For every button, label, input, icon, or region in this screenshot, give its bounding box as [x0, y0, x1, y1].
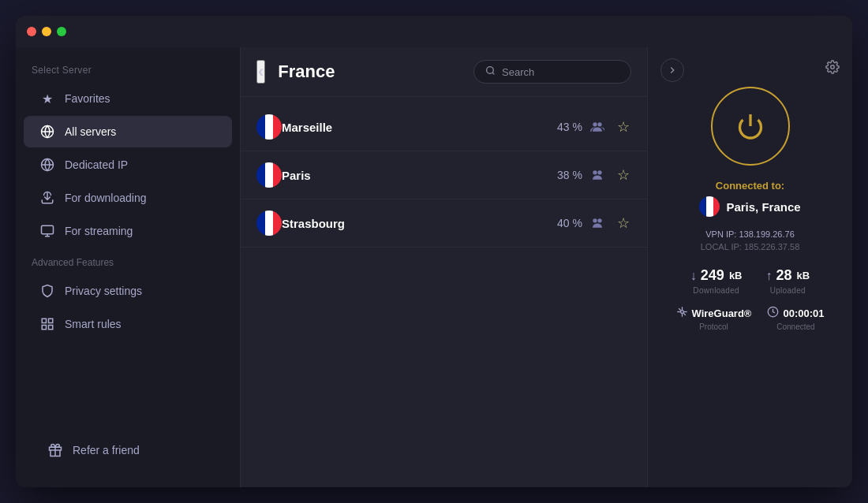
svg-point-14 [487, 67, 494, 74]
svg-point-17 [597, 122, 601, 126]
server-load-paris: 38 % [557, 169, 582, 181]
server-name-paris: Paris [282, 169, 557, 182]
connected-info: VPN IP: 138.199.26.76 LOCAL IP: 185.226.… [701, 226, 800, 251]
sidebar-item-for-downloading[interactable]: For downloading [24, 182, 232, 214]
globe-icon [39, 124, 55, 140]
sidebar-section-label: Select Server [16, 60, 240, 82]
sidebar-item-all-servers[interactable]: All servers [24, 116, 232, 147]
fullscreen-button[interactable] [57, 27, 66, 36]
sidebar-item-for-streaming-label: For streaming [65, 225, 133, 237]
svg-point-20 [593, 218, 597, 222]
local-ip-label: LOCAL IP: 185.226.37.58 [701, 242, 800, 251]
paris-flag [256, 162, 282, 188]
protocol-item: WireGuard® Protocol [676, 306, 752, 331]
search-box [473, 60, 631, 84]
navigate-button[interactable] [660, 58, 684, 82]
connected-location-row: Paris, France [699, 196, 800, 217]
settings-button[interactable] [825, 60, 840, 78]
svg-point-19 [597, 170, 601, 174]
titlebar [16, 16, 852, 47]
upload-stat: ↑ 28 kB Uploaded [766, 267, 810, 295]
upload-unit: kB [797, 270, 810, 281]
connected-time-label: Connected [776, 322, 814, 331]
sidebar-item-refer-friend[interactable]: Refer a friend [32, 434, 224, 466]
load-icon-paris [590, 169, 604, 182]
download-label: Downloaded [693, 286, 739, 295]
marseille-flag [256, 114, 282, 140]
dedicated-ip-icon [39, 157, 55, 173]
upload-value: 28 [776, 267, 792, 284]
sidebar-item-privacy-settings[interactable]: Privacy settings [24, 275, 232, 307]
download-stat-top: ↓ 249 kB [690, 267, 743, 284]
load-icon-marseille [590, 121, 604, 134]
favorite-button-strasbourg[interactable]: ☆ [615, 213, 631, 233]
server-list: Marseille 43 % ☆ [241, 97, 647, 487]
svg-line-28 [683, 313, 686, 315]
svg-rect-10 [49, 326, 53, 330]
power-button-inner [719, 95, 782, 158]
upload-stat-top: ↑ 28 kB [766, 267, 810, 284]
download-value: 249 [701, 267, 724, 284]
svg-rect-9 [49, 319, 53, 322]
sidebar-item-dedicated-ip-label: Dedicated IP [65, 158, 128, 171]
svg-line-15 [492, 73, 494, 74]
svg-rect-8 [42, 319, 46, 322]
sidebar-item-privacy-settings-label: Privacy settings [65, 285, 142, 297]
protocol-top: WireGuard® [676, 306, 752, 320]
download-arrow-icon: ↓ [690, 269, 697, 283]
server-row[interactable]: Strasbourg 40 % ☆ [241, 199, 647, 248]
sidebar-bottom: Refer a friend [16, 426, 240, 475]
sidebar-item-dedicated-ip[interactable]: Dedicated IP [24, 149, 232, 181]
search-icon [485, 65, 496, 78]
wireguard-name: WireGuard® [692, 307, 752, 319]
sidebar-item-for-streaming[interactable]: For streaming [24, 215, 232, 247]
star-icon: ★ [39, 91, 55, 106]
strasbourg-flag [256, 211, 282, 236]
sidebar-item-smart-rules[interactable]: Smart rules [24, 308, 232, 340]
download-icon [39, 190, 55, 206]
svg-point-21 [597, 218, 601, 222]
country-title: France [278, 61, 335, 82]
connected-time-top: 00:00:01 [767, 306, 824, 320]
upload-arrow-icon: ↑ [766, 269, 773, 283]
connected-location: Paris, France [726, 200, 800, 214]
vpn-ip-label: VPN IP: 138.199.26.76 [705, 229, 795, 239]
svg-rect-11 [42, 326, 46, 330]
traffic-lights [27, 27, 66, 36]
timer-icon [767, 306, 779, 320]
server-load-strasbourg: 40 % [557, 217, 582, 229]
connected-time-item: 00:00:01 Connected [767, 306, 824, 331]
app-window: Select Server ★ Favorites All servers [16, 16, 852, 487]
server-name-strasbourg: Strasbourg [282, 217, 557, 230]
stats-row: ↓ 249 kB Downloaded ↑ 28 kB Uploaded [664, 267, 836, 295]
sidebar-item-refer-friend-label: Refer a friend [73, 444, 140, 456]
sidebar-item-all-servers-label: All servers [65, 125, 116, 138]
sidebar-item-favorites-label: Favorites [65, 92, 110, 105]
close-button[interactable] [27, 27, 36, 36]
favorite-button-paris[interactable]: ☆ [615, 165, 631, 185]
sidebar-item-smart-rules-label: Smart rules [65, 318, 122, 330]
back-button[interactable]: ‹ [256, 60, 265, 84]
connected-label: Connected to: [716, 180, 784, 192]
minimize-button[interactable] [42, 27, 51, 36]
download-unit: kB [729, 270, 743, 281]
protocol-sub-label: Protocol [699, 322, 728, 331]
connected-time-value: 00:00:01 [783, 307, 824, 319]
server-row[interactable]: Marseille 43 % ☆ [241, 103, 647, 151]
power-icon [736, 112, 765, 140]
smart-rules-icon [39, 316, 55, 332]
svg-point-22 [831, 65, 835, 69]
sidebar-item-favorites[interactable]: ★ Favorites [24, 83, 232, 114]
favorite-button-marseille[interactable]: ☆ [615, 117, 631, 137]
protocol-row: WireGuard® Protocol 00:00:01 [664, 306, 836, 331]
wireguard-icon [676, 306, 688, 320]
shield-icon [39, 283, 55, 299]
streaming-icon [39, 223, 55, 239]
server-name-marseille: Marseille [282, 121, 557, 134]
server-header: ‹ France [241, 47, 647, 97]
app-body: Select Server ★ Favorites All servers [16, 47, 852, 487]
server-load-marseille: 43 % [557, 121, 582, 133]
power-button[interactable] [711, 87, 790, 166]
search-input[interactable] [502, 66, 619, 78]
server-row[interactable]: Paris 38 % ☆ [241, 151, 647, 199]
